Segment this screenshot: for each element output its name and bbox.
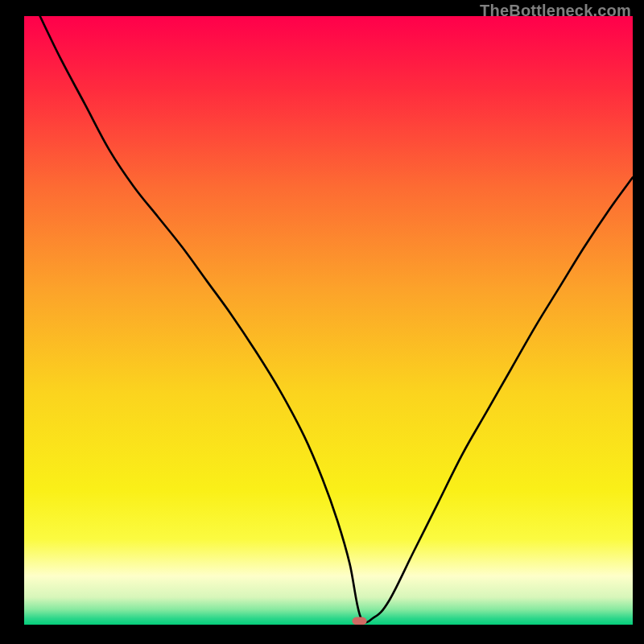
plot-area: [24, 16, 633, 625]
chart-svg: [24, 16, 633, 625]
chart-frame: TheBottleneck.com: [0, 0, 644, 644]
watermark-text: TheBottleneck.com: [480, 2, 631, 20]
optimal-marker: [352, 617, 366, 625]
gradient-background: [24, 16, 633, 625]
